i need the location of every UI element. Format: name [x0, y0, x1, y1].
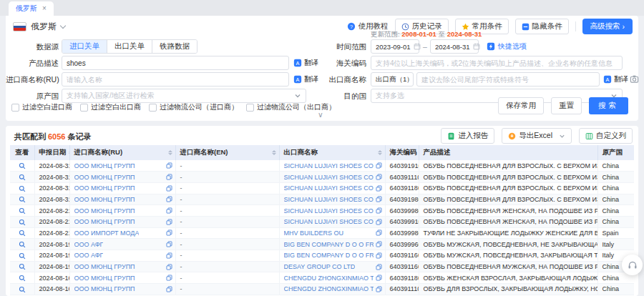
- copy-icon[interactable]: [376, 264, 382, 270]
- table-row[interactable]: 2024-08-19 ООО АФГ - BIG BEN COMPANY D O…: [10, 250, 634, 262]
- tab-railway-data[interactable]: 铁路数据: [152, 40, 197, 53]
- view-record-search-icon[interactable]: [19, 219, 26, 226]
- tab-import-declarations[interactable]: 进口关单: [62, 40, 107, 53]
- copy-icon[interactable]: [166, 241, 172, 247]
- advanced-search-button[interactable]: 高级搜索 ›: [582, 19, 633, 34]
- copy-icon[interactable]: [376, 252, 382, 259]
- view-record-search-icon[interactable]: [19, 252, 26, 260]
- copy-icon[interactable]: [376, 230, 382, 236]
- importer-ru-link[interactable]: ООО МЮНЦ ГРУПП: [74, 174, 135, 181]
- copy-icon[interactable]: [166, 252, 172, 259]
- copy-icon[interactable]: [376, 196, 382, 202]
- tab-export-declarations[interactable]: 出口关单: [107, 40, 152, 53]
- col-date[interactable]: 申报日期: [34, 145, 69, 160]
- exporter-link[interactable]: SICHUAN LUJIAYI SHOES CO LTD: [284, 207, 374, 214]
- checkbox-filter-blank-exporter[interactable]: 过滤空白出口商: [80, 102, 141, 112]
- product-desc-input[interactable]: [67, 59, 284, 67]
- copy-icon[interactable]: [376, 162, 382, 169]
- view-record-search-icon[interactable]: [19, 196, 26, 203]
- col-importer-en[interactable]: 进口商名称(EN): [175, 145, 279, 160]
- exporter-link[interactable]: BIG BEN COMPANY D O O FROM BEST T: [284, 241, 374, 248]
- copy-icon[interactable]: [166, 162, 172, 169]
- col-exporter[interactable]: 出口商名称: [279, 145, 385, 160]
- col-importer-ru[interactable]: 进口商名称(RU): [69, 145, 175, 160]
- table-row[interactable]: 2024-08-19 ООО АФГ - BIG BEN COMPANY D O…: [10, 239, 634, 250]
- view-record-search-icon[interactable]: [19, 174, 26, 181]
- enter-report-button[interactable]: 进入报告: [441, 128, 494, 144]
- search-button[interactable]: 搜索: [589, 97, 628, 114]
- table-row[interactable]: 2024-08-16 ООО МЮНЦ ГРУПП - CHENGDU ZHON…: [10, 284, 634, 295]
- view-record-search-icon[interactable]: [19, 241, 26, 248]
- importer-ru-link[interactable]: ООО МЮНЦ ГРУПП: [74, 207, 135, 214]
- checkbox-filter-blank-importer[interactable]: 过滤空白进口商: [11, 102, 72, 112]
- table-row[interactable]: 2024-08-31 ООО МЮНЦ ГРУПП - SICHUAN LUJI…: [10, 160, 634, 172]
- country-selector[interactable]: 俄罗斯: [13, 21, 65, 33]
- table-row[interactable]: 2024-08-31 ООО МЮНЦ ГРУПП - SICHUAN LUJI…: [10, 182, 634, 194]
- importer-ru-link[interactable]: ООО МЮНЦ ГРУПП: [74, 184, 135, 192]
- copy-icon[interactable]: [376, 219, 382, 225]
- importer-ru-link[interactable]: ООО МЮНЦ ГРУПП: [74, 162, 135, 169]
- exporter-link[interactable]: BIG BEN COMPANY D O O FROM BEST T: [284, 252, 374, 259]
- view-record-search-icon[interactable]: [19, 230, 26, 237]
- copy-icon[interactable]: [166, 196, 172, 202]
- view-record-search-icon[interactable]: [19, 162, 26, 169]
- table-row[interactable]: 2024-08-21 ООО МЮНЦ ГРУПП - SICHUAN LUJI…: [10, 205, 634, 217]
- exporter-link[interactable]: DESAY GROUP CO LTD: [284, 263, 356, 270]
- importer-ru-link[interactable]: ООО АФГ: [74, 241, 104, 248]
- hide-filters-button[interactable]: 隐藏条件: [515, 19, 569, 34]
- table-row[interactable]: 2024-08-19 ООО МЮНЦ ГРУПП - DESAY GROUP …: [10, 261, 634, 272]
- close-icon[interactable]: ×: [42, 5, 47, 12]
- tab-russia[interactable]: 俄罗斯 ×: [9, 1, 54, 16]
- chevron-down-icon[interactable]: [559, 133, 565, 139]
- copy-icon[interactable]: [376, 286, 382, 292]
- save-favorite-button[interactable]: 保存常用: [498, 97, 544, 114]
- importer-ru-link[interactable]: ООО АФГ: [74, 252, 104, 259]
- view-record-search-icon[interactable]: [19, 286, 26, 293]
- support-fab-button[interactable]: [622, 255, 643, 275]
- importer-ru-link[interactable]: ООО МЮНЦ ГРУПП: [74, 196, 135, 203]
- checkbox-icon[interactable]: [11, 104, 19, 112]
- table-row[interactable]: 2024-08-31 ООО МЮНЦ ГРУПП - SICHUAN LUJI…: [10, 172, 634, 183]
- view-record-search-icon[interactable]: [19, 263, 26, 270]
- exporter-link[interactable]: CHENGDU ZHONGXINMIAO TRADING C: [284, 275, 374, 282]
- copy-icon[interactable]: [166, 174, 172, 180]
- checkbox-filter-logistics-importer[interactable]: 过滤物流公司（进口商）: [149, 102, 238, 112]
- custom-columns-button[interactable]: 自定义列: [579, 128, 633, 144]
- table-row[interactable]: 2024-08-16 ООО МЮНЦ ГРУПП - CHENGDU ZHON…: [10, 272, 634, 284]
- copy-icon[interactable]: [376, 185, 382, 192]
- date-from-field[interactable]: 2023-09-01: [371, 39, 419, 54]
- exporter-type-select[interactable]: 出口商（1）: [371, 72, 414, 87]
- collapse-panel-chevron[interactable]: ∨: [318, 110, 323, 119]
- exporter-name-input[interactable]: [421, 76, 595, 84]
- view-record-search-icon[interactable]: [19, 185, 26, 192]
- exporter-link[interactable]: CHENGDU ZHONGXINMIAO TRADING C: [284, 285, 374, 292]
- exporter-link[interactable]: SICHUAN LUJIAYI SHOES CO LTD: [284, 174, 374, 181]
- copy-icon[interactable]: [376, 241, 382, 247]
- view-record-search-icon[interactable]: [19, 207, 26, 214]
- table-row[interactable]: 2024-08-21 ООО МЮНЦ ГРУПП - SICHUAN LUJI…: [10, 216, 634, 227]
- exporter-link[interactable]: SICHUAN LUJIAYI SHOES CO LTD: [284, 196, 374, 203]
- view-record-search-icon[interactable]: [19, 275, 26, 282]
- date-to-field[interactable]: 2024-08-31: [430, 39, 479, 54]
- table-row[interactable]: 2024-08-21 ООО ИМПОРТ МОДА - MHV BUILDER…: [10, 227, 634, 239]
- exporter-link[interactable]: MHV BUILDERS OU: [284, 230, 344, 237]
- origin-country-select[interactable]: 支持输入国家/地区进行检索: [62, 89, 306, 103]
- translate-exporter-button[interactable]: 翻译: [603, 74, 628, 84]
- copy-icon[interactable]: [376, 174, 382, 180]
- importer-ru-link[interactable]: ООО МЮНЦ ГРУПП: [74, 263, 135, 270]
- hs-code-input[interactable]: [376, 59, 618, 67]
- copy-icon[interactable]: [166, 275, 172, 281]
- reset-button[interactable]: 重置: [551, 97, 582, 114]
- checkbox-icon[interactable]: [246, 104, 254, 112]
- exporter-link[interactable]: SICHUAN LUJIAYI SHOES CO LTD: [284, 162, 374, 169]
- checkbox-icon[interactable]: [149, 104, 157, 112]
- importer-ru-link[interactable]: ООО МЮНЦ ГРУПП: [74, 285, 135, 292]
- importer-ru-link[interactable]: ООО ИМПОРТ МОДА: [74, 230, 140, 237]
- copy-icon[interactable]: [376, 275, 382, 281]
- exporter-link[interactable]: SICHUAN LUJIAYI SHOES CO LTD: [284, 184, 374, 192]
- importer-ru-input[interactable]: [67, 76, 284, 84]
- copy-icon[interactable]: [166, 286, 172, 292]
- export-excel-button[interactable]: 导出Excel: [502, 128, 572, 144]
- importer-ru-link[interactable]: ООО МЮНЦ ГРУПП: [74, 218, 135, 225]
- copy-icon[interactable]: [166, 219, 172, 225]
